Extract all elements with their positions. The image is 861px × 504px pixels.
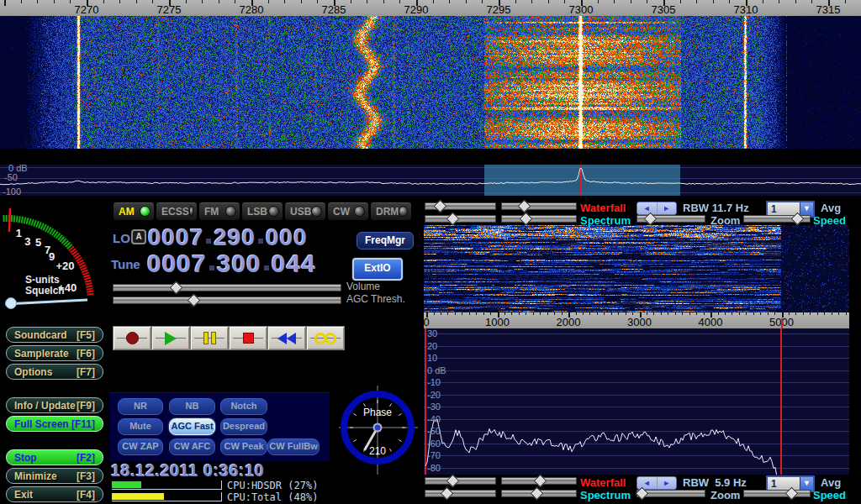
meter-tick	[87, 291, 93, 292]
zoom-label-bottom: Zoom	[710, 489, 740, 501]
main-frequency-scale[interactable]: 7270727572807285729072957300730573107315	[0, 0, 861, 16]
tick	[689, 312, 690, 315]
meter-tick	[82, 270, 87, 272]
cw-peak-button[interactable]: CW Peak	[220, 438, 267, 455]
waterfall-shift-arrows-top[interactable]: ◄►	[637, 202, 677, 215]
cw-fullbw-button[interactable]: CW FullBw	[267, 438, 320, 455]
zoom-slider-bottom[interactable]	[637, 489, 705, 498]
record-button[interactable]	[113, 326, 151, 350]
phase-tick	[390, 449, 392, 451]
tick-label: 7290	[404, 3, 429, 16]
full-screen-button[interactable]: Full Screen[F11]	[6, 416, 103, 432]
filter-edge-marker[interactable]	[781, 318, 783, 328]
tick	[763, 0, 763, 3]
zoom-slider-top[interactable]	[637, 214, 705, 223]
mode-button-usb[interactable]: USB	[284, 202, 326, 221]
options-button[interactable]: Options[F7]	[6, 364, 103, 380]
squelch-slider-thumb[interactable]	[6, 298, 17, 309]
agc-fast-button[interactable]: AGC Fast	[169, 418, 215, 435]
mode-button-am[interactable]: AM	[113, 202, 155, 221]
nb-button[interactable]: NB	[169, 398, 215, 415]
tick	[152, 0, 153, 3]
audio-frequency-scale[interactable]: 010002000300040005000	[424, 312, 849, 328]
tick	[548, 0, 549, 3]
main-waterfall[interactable]	[0, 0, 861, 149]
waterfall-contrast-slider-bottom[interactable]	[501, 476, 577, 486]
spectrum-gain-slider-bottom[interactable]	[425, 489, 496, 498]
tick	[682, 312, 683, 315]
avg-label-top: Avg	[821, 202, 841, 214]
stop-button[interactable]	[229, 326, 267, 350]
speed-slider-top[interactable]	[743, 214, 811, 223]
mode-button-ecss[interactable]: ECSS	[156, 202, 198, 221]
extio-button[interactable]: ExtIO	[352, 258, 403, 281]
soundcard-button[interactable]: Soundcard[F5]	[6, 327, 103, 343]
spectrum-trace	[0, 165, 861, 196]
mode-button-lsb[interactable]: LSB	[241, 202, 283, 221]
tick	[562, 312, 563, 315]
spectrum-gain-slider-top[interactable]	[425, 214, 496, 223]
arrow-right-icon[interactable]: ►	[658, 202, 677, 214]
loop-button[interactable]	[306, 326, 345, 350]
despread-button[interactable]: Despread	[220, 418, 267, 435]
arrow-right-icon[interactable]: ►	[658, 477, 677, 489]
arrow-left-icon[interactable]: ◄	[637, 202, 658, 214]
rewind-button[interactable]	[267, 326, 306, 350]
squelch-slider-track[interactable]	[5, 300, 87, 304]
mode-led-icon	[399, 206, 408, 217]
lo-frequency-display[interactable]: 0007290000	[148, 224, 308, 251]
audio-spectrum-display[interactable]: 3020100 dB-10-20-30-40-50-60-70-80	[424, 328, 849, 475]
mute-button[interactable]: Mute	[118, 418, 163, 435]
speed-slider-bottom[interactable]	[743, 489, 811, 498]
button-fkey: [F6]	[77, 348, 95, 360]
waterfall-label-top: Waterfall	[580, 202, 626, 214]
speed-label-top: Speed	[813, 214, 846, 227]
tick	[626, 312, 626, 315]
cpu-text: CPU:Total (48%)	[227, 491, 318, 503]
audio-waterfall[interactable]	[424, 225, 849, 312]
volume-slider[interactable]	[113, 283, 341, 292]
lo-a-badge[interactable]: A	[131, 229, 146, 244]
cw-afc-button[interactable]: CW AFC	[169, 438, 215, 455]
main-spectrum-display[interactable]: 0 dB-50-100	[0, 165, 861, 196]
mode-button-drm[interactable]: DRM	[370, 202, 412, 221]
rewind-tri	[287, 333, 296, 344]
meter-scale-label: 3	[24, 235, 30, 248]
waterfall-contrast-slider-top[interactable]	[501, 202, 577, 211]
meter-tick	[36, 221, 39, 227]
notch-button[interactable]: Notch	[220, 398, 267, 415]
tick-label: 0	[423, 316, 429, 328]
spectrum-range-slider-bottom[interactable]	[501, 489, 577, 498]
info-update-button[interactable]: Info / Update[F9]	[6, 397, 103, 413]
record-icon	[126, 332, 139, 344]
tune-frequency-display[interactable]: 0007300044	[147, 249, 316, 278]
tick	[136, 0, 137, 3]
freqmgr-button[interactable]: FreqMgr	[357, 232, 414, 249]
mode-button-fm[interactable]: FM	[198, 202, 240, 221]
tick	[449, 0, 450, 3]
tick	[202, 0, 203, 3]
pause-button[interactable]	[190, 326, 229, 350]
cw-zap-button[interactable]: CW ZAP	[118, 438, 163, 455]
exit-button[interactable]: Exit[F4]	[6, 486, 103, 502]
minimize-button[interactable]: Minimize[F3]	[6, 468, 103, 484]
samplerate-button[interactable]: Samplerate[F6]	[6, 345, 103, 361]
waterfall-brightness-slider-bottom[interactable]	[425, 476, 496, 486]
mode-button-cw[interactable]: CW	[327, 202, 369, 221]
nr-button[interactable]: NR	[118, 398, 163, 415]
spectrum-range-slider-top[interactable]	[501, 214, 577, 223]
spectrum-label-bottom: Spectrum	[580, 489, 631, 501]
phase-tick	[353, 440, 356, 442]
tick	[367, 0, 367, 3]
speed-label-bottom: Speed	[813, 489, 846, 501]
stop-button[interactable]: Stop[F2]	[6, 449, 103, 465]
cpu-bar-fill	[112, 481, 141, 488]
button-fkey: [F9]	[77, 400, 95, 412]
tick	[540, 312, 541, 315]
waterfall-brightness-slider-top[interactable]	[425, 202, 496, 211]
meter-tick	[29, 218, 30, 225]
phase-tick	[353, 414, 356, 416]
play-button[interactable]	[151, 326, 190, 350]
agc-thresh-slider[interactable]	[113, 296, 341, 305]
button-label: Stop	[14, 452, 37, 464]
